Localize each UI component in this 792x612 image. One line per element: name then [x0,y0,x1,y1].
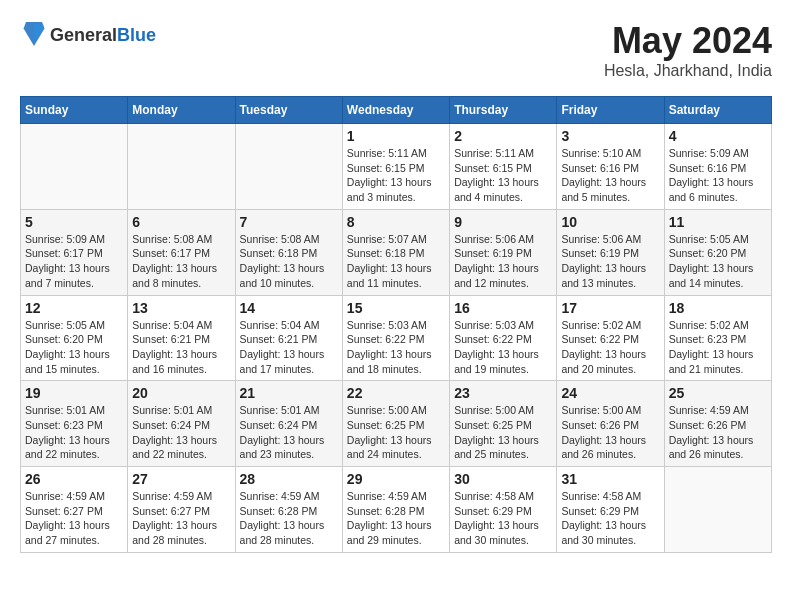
day-number: 1 [347,128,445,144]
day-number: 18 [669,300,767,316]
day-info: Sunrise: 5:04 AM Sunset: 6:21 PM Dayligh… [132,318,230,377]
location-title: Hesla, Jharkhand, India [604,62,772,80]
day-cell: 22Sunrise: 5:00 AM Sunset: 6:25 PM Dayli… [342,381,449,467]
day-cell: 23Sunrise: 5:00 AM Sunset: 6:25 PM Dayli… [450,381,557,467]
day-info: Sunrise: 4:58 AM Sunset: 6:29 PM Dayligh… [561,489,659,548]
day-cell: 8Sunrise: 5:07 AM Sunset: 6:18 PM Daylig… [342,209,449,295]
day-number: 6 [132,214,230,230]
day-number: 29 [347,471,445,487]
logo-icon [22,20,46,48]
logo: GeneralBlue [20,20,156,52]
day-info: Sunrise: 5:11 AM Sunset: 6:15 PM Dayligh… [347,146,445,205]
day-number: 10 [561,214,659,230]
weekday-friday: Friday [557,97,664,124]
day-cell: 2Sunrise: 5:11 AM Sunset: 6:15 PM Daylig… [450,124,557,210]
day-number: 28 [240,471,338,487]
day-info: Sunrise: 5:09 AM Sunset: 6:16 PM Dayligh… [669,146,767,205]
day-cell: 1Sunrise: 5:11 AM Sunset: 6:15 PM Daylig… [342,124,449,210]
day-info: Sunrise: 5:02 AM Sunset: 6:22 PM Dayligh… [561,318,659,377]
day-number: 14 [240,300,338,316]
day-info: Sunrise: 5:05 AM Sunset: 6:20 PM Dayligh… [669,232,767,291]
day-info: Sunrise: 5:09 AM Sunset: 6:17 PM Dayligh… [25,232,123,291]
weekday-tuesday: Tuesday [235,97,342,124]
day-info: Sunrise: 5:02 AM Sunset: 6:23 PM Dayligh… [669,318,767,377]
day-number: 12 [25,300,123,316]
day-info: Sunrise: 5:04 AM Sunset: 6:21 PM Dayligh… [240,318,338,377]
day-info: Sunrise: 4:59 AM Sunset: 6:28 PM Dayligh… [347,489,445,548]
weekday-header-row: SundayMondayTuesdayWednesdayThursdayFrid… [21,97,772,124]
day-number: 26 [25,471,123,487]
day-cell: 21Sunrise: 5:01 AM Sunset: 6:24 PM Dayli… [235,381,342,467]
day-cell: 10Sunrise: 5:06 AM Sunset: 6:19 PM Dayli… [557,209,664,295]
day-info: Sunrise: 4:59 AM Sunset: 6:27 PM Dayligh… [25,489,123,548]
day-cell: 11Sunrise: 5:05 AM Sunset: 6:20 PM Dayli… [664,209,771,295]
week-row-2: 5Sunrise: 5:09 AM Sunset: 6:17 PM Daylig… [21,209,772,295]
day-info: Sunrise: 5:00 AM Sunset: 6:25 PM Dayligh… [347,403,445,462]
day-cell: 31Sunrise: 4:58 AM Sunset: 6:29 PM Dayli… [557,467,664,553]
day-number: 19 [25,385,123,401]
day-number: 22 [347,385,445,401]
day-cell: 5Sunrise: 5:09 AM Sunset: 6:17 PM Daylig… [21,209,128,295]
page-header: GeneralBlue May 2024 Hesla, Jharkhand, I… [20,20,772,80]
day-cell: 25Sunrise: 4:59 AM Sunset: 6:26 PM Dayli… [664,381,771,467]
day-number: 3 [561,128,659,144]
day-info: Sunrise: 5:03 AM Sunset: 6:22 PM Dayligh… [454,318,552,377]
day-cell: 17Sunrise: 5:02 AM Sunset: 6:22 PM Dayli… [557,295,664,381]
day-number: 24 [561,385,659,401]
day-cell: 28Sunrise: 4:59 AM Sunset: 6:28 PM Dayli… [235,467,342,553]
day-number: 9 [454,214,552,230]
logo-blue-text: Blue [117,25,156,45]
day-info: Sunrise: 4:59 AM Sunset: 6:28 PM Dayligh… [240,489,338,548]
day-info: Sunrise: 5:10 AM Sunset: 6:16 PM Dayligh… [561,146,659,205]
day-info: Sunrise: 5:03 AM Sunset: 6:22 PM Dayligh… [347,318,445,377]
day-info: Sunrise: 5:05 AM Sunset: 6:20 PM Dayligh… [25,318,123,377]
day-number: 25 [669,385,767,401]
day-info: Sunrise: 5:00 AM Sunset: 6:25 PM Dayligh… [454,403,552,462]
month-title: May 2024 [604,20,772,62]
day-info: Sunrise: 5:08 AM Sunset: 6:17 PM Dayligh… [132,232,230,291]
svg-marker-1 [34,24,44,43]
day-number: 15 [347,300,445,316]
week-row-1: 1Sunrise: 5:11 AM Sunset: 6:15 PM Daylig… [21,124,772,210]
day-info: Sunrise: 4:59 AM Sunset: 6:26 PM Dayligh… [669,403,767,462]
day-number: 5 [25,214,123,230]
day-info: Sunrise: 4:59 AM Sunset: 6:27 PM Dayligh… [132,489,230,548]
week-row-3: 12Sunrise: 5:05 AM Sunset: 6:20 PM Dayli… [21,295,772,381]
day-number: 23 [454,385,552,401]
day-number: 11 [669,214,767,230]
day-cell: 15Sunrise: 5:03 AM Sunset: 6:22 PM Dayli… [342,295,449,381]
day-info: Sunrise: 5:01 AM Sunset: 6:24 PM Dayligh… [132,403,230,462]
day-cell: 24Sunrise: 5:00 AM Sunset: 6:26 PM Dayli… [557,381,664,467]
day-cell: 3Sunrise: 5:10 AM Sunset: 6:16 PM Daylig… [557,124,664,210]
day-cell: 29Sunrise: 4:59 AM Sunset: 6:28 PM Dayli… [342,467,449,553]
calendar-table: SundayMondayTuesdayWednesdayThursdayFrid… [20,96,772,553]
title-block: May 2024 Hesla, Jharkhand, India [604,20,772,80]
calendar-body: 1Sunrise: 5:11 AM Sunset: 6:15 PM Daylig… [21,124,772,553]
day-info: Sunrise: 4:58 AM Sunset: 6:29 PM Dayligh… [454,489,552,548]
day-info: Sunrise: 5:07 AM Sunset: 6:18 PM Dayligh… [347,232,445,291]
day-number: 2 [454,128,552,144]
week-row-4: 19Sunrise: 5:01 AM Sunset: 6:23 PM Dayli… [21,381,772,467]
day-number: 16 [454,300,552,316]
day-cell: 18Sunrise: 5:02 AM Sunset: 6:23 PM Dayli… [664,295,771,381]
day-cell: 12Sunrise: 5:05 AM Sunset: 6:20 PM Dayli… [21,295,128,381]
day-number: 21 [240,385,338,401]
day-cell [21,124,128,210]
day-cell: 7Sunrise: 5:08 AM Sunset: 6:18 PM Daylig… [235,209,342,295]
day-cell: 19Sunrise: 5:01 AM Sunset: 6:23 PM Dayli… [21,381,128,467]
day-number: 31 [561,471,659,487]
day-cell: 13Sunrise: 5:04 AM Sunset: 6:21 PM Dayli… [128,295,235,381]
weekday-wednesday: Wednesday [342,97,449,124]
weekday-sunday: Sunday [21,97,128,124]
day-number: 8 [347,214,445,230]
day-cell: 20Sunrise: 5:01 AM Sunset: 6:24 PM Dayli… [128,381,235,467]
weekday-monday: Monday [128,97,235,124]
day-cell: 27Sunrise: 4:59 AM Sunset: 6:27 PM Dayli… [128,467,235,553]
day-cell: 30Sunrise: 4:58 AM Sunset: 6:29 PM Dayli… [450,467,557,553]
day-cell: 6Sunrise: 5:08 AM Sunset: 6:17 PM Daylig… [128,209,235,295]
day-info: Sunrise: 5:01 AM Sunset: 6:24 PM Dayligh… [240,403,338,462]
day-cell: 16Sunrise: 5:03 AM Sunset: 6:22 PM Dayli… [450,295,557,381]
day-number: 30 [454,471,552,487]
day-cell [128,124,235,210]
day-cell: 14Sunrise: 5:04 AM Sunset: 6:21 PM Dayli… [235,295,342,381]
